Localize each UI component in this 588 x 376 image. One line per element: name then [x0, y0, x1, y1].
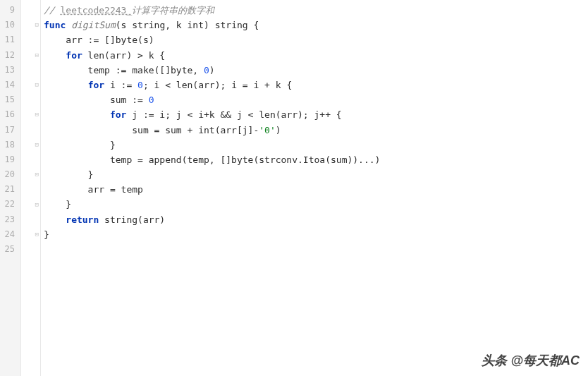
token-kw: for [66, 50, 82, 61]
token-ident: temp = append(temp, []byte(strconv.Itoa(… [44, 154, 380, 165]
code-line[interactable]: for j := i; j < i+k && j < len(arr); j++… [44, 107, 588, 122]
code-line[interactable]: } [44, 197, 588, 212]
token-ident: } [44, 229, 49, 240]
token-fn: digitSum [71, 20, 116, 30]
line-number: 17 [3, 123, 15, 138]
fold-icon[interactable]: ⊡ [35, 227, 39, 242]
code-line[interactable]: return string(arr) [44, 212, 588, 227]
code-line[interactable]: } [44, 227, 588, 242]
line-number: 20 [3, 167, 15, 182]
token-num: 0 [149, 95, 154, 105]
line-number: 21 [3, 182, 15, 197]
line-number: 22 [3, 197, 15, 212]
token-str: '0' [259, 125, 275, 135]
token-ident [44, 214, 66, 225]
line-number: 9 [3, 3, 15, 18]
watermark-text: 头条 @每天都AC [482, 352, 580, 369]
token-ident: i := [104, 80, 137, 90]
code-area[interactable]: // leetcode2243_计算字符串的数字和func digitSum(s… [41, 0, 588, 376]
line-number: 24 [3, 227, 15, 242]
fold-icon[interactable]: ⊟ [35, 48, 39, 63]
code-line[interactable]: arr = temp [44, 182, 588, 197]
line-number: 11 [3, 32, 15, 47]
code-line[interactable]: arr := []byte(s) [44, 32, 588, 47]
line-number: 16 [3, 107, 15, 122]
line-number: 12 [3, 48, 15, 63]
fold-icon[interactable]: ⊡ [35, 167, 39, 182]
token-ident: string(arr) [99, 214, 165, 225]
fold-column: ⊟⊟⊟⊟⊡⊡⊡⊡ [21, 0, 41, 376]
fold-icon[interactable]: ⊡ [35, 198, 39, 212]
token-comment: 计算字符串的数字和 [132, 5, 214, 16]
token-ident: (s string, k int) string { [116, 20, 259, 30]
token-ident [44, 80, 88, 90]
token-ident: temp := make([]byte, [44, 65, 204, 75]
code-line[interactable]: sum := 0 [44, 92, 588, 107]
token-ident: arr := []byte(s) [44, 35, 154, 45]
token-ident [44, 50, 66, 61]
code-line[interactable]: // leetcode2243_计算字符串的数字和 [44, 3, 588, 18]
token-ident: } [44, 169, 93, 180]
code-line[interactable]: temp = append(temp, []byte(strconv.Itoa(… [44, 152, 588, 167]
code-line[interactable]: func digitSum(s string, k int) string { [44, 18, 588, 32]
fold-icon[interactable]: ⊟ [35, 78, 39, 92]
token-kw: for [110, 109, 126, 120]
token-ident [66, 20, 71, 30]
line-number: 10 [3, 18, 15, 32]
code-line[interactable]: temp := make([]byte, 0) [44, 63, 588, 78]
token-ident: } [44, 199, 71, 210]
token-kw: func [44, 20, 66, 30]
token-ident: j := i; j < i+k && j < len(arr); j++ { [126, 109, 341, 120]
token-num: 0 [137, 80, 143, 90]
line-number: 25 [3, 242, 15, 257]
token-comment-link: leetcode2243_ [60, 5, 132, 16]
token-ident: sum := [44, 95, 149, 105]
token-ident: len(arr) > k { [82, 50, 165, 61]
token-ident: ) [209, 65, 215, 75]
token-ident [44, 109, 110, 120]
fold-icon[interactable]: ⊟ [35, 107, 39, 122]
code-line[interactable]: for i := 0; i < len(arr); i = i + k { [44, 78, 588, 92]
token-ident: ) [276, 125, 281, 135]
code-line[interactable] [44, 242, 588, 257]
line-number: 14 [3, 78, 15, 92]
token-kw: for [88, 80, 104, 90]
token-num: 0 [204, 65, 209, 75]
token-ident: sum = sum + int(arr[j]- [44, 125, 259, 135]
code-editor[interactable]: 910111213141516171819202122232425 ⊟⊟⊟⊟⊡⊡… [0, 0, 588, 376]
line-number: 13 [3, 63, 15, 78]
fold-icon[interactable]: ⊟ [35, 18, 39, 32]
line-number: 18 [3, 138, 15, 152]
line-number: 19 [3, 152, 15, 167]
token-ident: } [44, 140, 116, 150]
code-line[interactable]: for len(arr) > k { [44, 48, 588, 63]
code-line[interactable]: } [44, 138, 588, 152]
fold-icon[interactable]: ⊡ [35, 138, 39, 152]
token-ident: arr = temp [44, 184, 143, 195]
token-comment: // [44, 5, 60, 16]
code-line[interactable]: sum = sum + int(arr[j]-'0') [44, 123, 588, 138]
line-number-gutter: 910111213141516171819202122232425 [0, 0, 21, 376]
line-number: 15 [3, 92, 15, 107]
token-kw: return [66, 214, 99, 225]
line-number: 23 [3, 212, 15, 227]
code-line[interactable]: } [44, 167, 588, 182]
token-ident: ; i < len(arr); i = i + k { [143, 80, 292, 90]
